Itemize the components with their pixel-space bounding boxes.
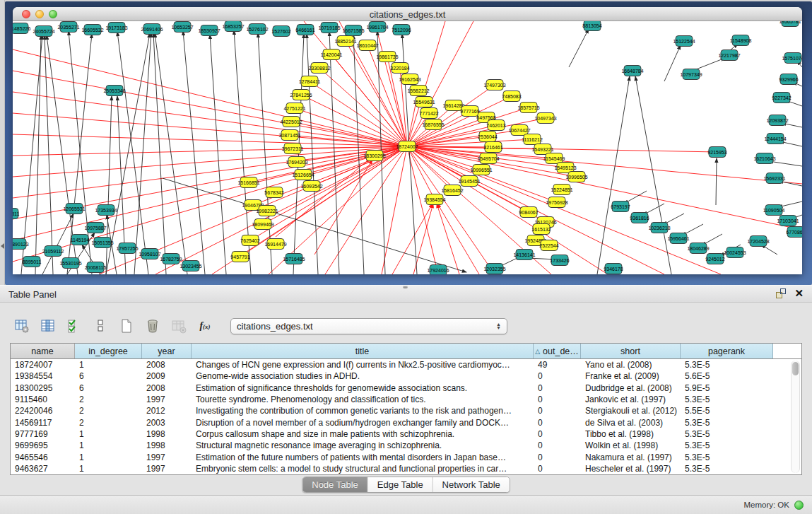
graph-node[interactable]: 1733426 [550, 255, 569, 266]
graph-node[interactable]: 14136141 [513, 250, 535, 260]
graph-node[interactable]: 10497343 [534, 113, 556, 124]
graph-node[interactable]: 12444154 [764, 134, 786, 144]
graph-node[interactable]: 16648784 [621, 66, 643, 76]
graph-node[interactable]: 15716485 [283, 254, 305, 264]
graph-node[interactable]: 9215953 [707, 147, 726, 158]
graph-node[interactable]: 7512096 [392, 25, 411, 35]
graph-node[interactable]: 9457791 [230, 252, 249, 262]
memory-status-icon[interactable] [794, 501, 804, 510]
column-header-title[interactable]: title [192, 344, 534, 358]
graph-node[interactable]: 42751221 [283, 103, 305, 114]
graph-node[interactable]: 19861704 [366, 22, 388, 33]
graph-node[interactable]: 19565781 [779, 21, 801, 27]
graph-node[interactable]: 11548908 [730, 35, 752, 46]
graph-node[interactable]: 19145451 [458, 176, 480, 187]
graph-node[interactable]: 15530195 [59, 258, 81, 269]
graph-node[interactable]: 19173183 [105, 23, 127, 33]
graph-node[interactable]: 17204528 [747, 236, 769, 247]
graph-node[interactable]: 8813054 [582, 21, 601, 31]
graph-node[interactable]: 3220184 [390, 63, 409, 74]
graph-node[interactable]: 15582212 [407, 86, 429, 96]
graph-node[interactable]: 11485226 [13, 23, 30, 34]
graph-node[interactable]: 15549631 [413, 97, 435, 107]
graph-node[interactable]: 15276102 [246, 24, 268, 35]
graph-node[interactable]: 11420041 [321, 49, 343, 60]
tab-node-table[interactable]: Node Table [302, 477, 368, 492]
graph-node[interactable]: 9245012 [705, 254, 724, 264]
graph-node[interactable]: 6466161 [295, 25, 314, 35]
table-row[interactable]: 1830029562008Estimation of significance … [11, 382, 801, 394]
table-selector-dropdown[interactable]: citations_edges.txt ▲▼ [230, 318, 507, 334]
graph-node[interactable]: 39672311 [282, 144, 304, 154]
graph-node[interactable]: 15751074 [782, 53, 802, 64]
graph-node[interactable]: 5678342 [264, 187, 283, 198]
graph-node[interactable]: 15051355 [91, 238, 113, 248]
graph-node[interactable]: 10653257 [171, 22, 193, 33]
graph-node[interactable]: 19861735 [376, 52, 398, 62]
graph-node[interactable]: 15122544 [673, 36, 695, 47]
graph-node[interactable]: 13023455 [180, 261, 201, 271]
row-options-icon[interactable] [91, 317, 110, 335]
graph-node[interactable]: 16671585 [342, 25, 364, 36]
graph-node[interactable]: 24055724 [33, 26, 54, 37]
graph-node[interactable]: 7625402 [240, 235, 259, 246]
graph-node[interactable]: 10958107 [139, 249, 160, 259]
table-row[interactable]: 2242004622012Investigating the contribut… [11, 405, 801, 416]
table-row[interactable]: 946554611997Estimation of the future num… [11, 451, 801, 462]
graph-node[interactable]: 20355271 [57, 22, 79, 33]
graph-node[interactable]: 3912311 [13, 209, 19, 219]
graph-node[interactable]: 10996505 [565, 172, 587, 182]
graph-node[interactable]: 15692331 [763, 173, 785, 184]
scrollbar-thumb[interactable] [792, 362, 799, 375]
graph-node[interactable]: 19982221 [256, 206, 278, 216]
tab-network-table[interactable]: Network Table [433, 477, 510, 492]
graph-node[interactable]: 17497303 [483, 80, 505, 90]
graph-node[interactable]: 10797349 [680, 69, 702, 80]
graph-node[interactable]: 18575715 [517, 103, 539, 113]
network-graph-canvas[interactable]: 1148522624055724203552711660553219173183… [13, 21, 802, 274]
graph-node[interactable]: 23308812 [308, 63, 330, 74]
graph-node[interactable]: 9084067 [519, 207, 538, 218]
close-panel-icon[interactable]: ✕ [794, 288, 804, 298]
graph-node[interactable]: 18610447 [356, 40, 378, 51]
graph-node[interactable]: 20068115 [85, 262, 107, 273]
function-builder-icon[interactable]: f(x) [196, 317, 214, 335]
graph-node[interactable]: 12093872 [766, 115, 788, 126]
graph-node[interactable]: 18852141 [334, 36, 356, 47]
graph-node[interactable]: 19384554 [423, 194, 445, 205]
table-mode-icon[interactable] [13, 317, 31, 335]
graph-node[interactable]: 12065531 [63, 204, 85, 214]
control-panel-splitter[interactable] [0, 0, 5, 285]
graph-node[interactable]: 15166851 [237, 177, 259, 188]
graph-node[interactable]: 10024553 [724, 247, 746, 258]
column-header-pagerank[interactable]: pagerank [681, 344, 773, 358]
column-header-name[interactable]: name [11, 344, 75, 358]
graph-node[interactable]: 9346178 [604, 264, 623, 274]
table-row[interactable]: 1456911722003Disruption of a novel membe… [11, 416, 801, 428]
graph-node[interactable]: 1527602 [271, 26, 290, 37]
graph-node[interactable]: 27841256 [290, 90, 312, 100]
graph-node[interactable]: 15495704 [477, 153, 499, 164]
table-row[interactable]: 977716911998Corpus callosum shape and si… [11, 428, 801, 440]
panel-resize-grip[interactable] [403, 286, 408, 288]
graph-node[interactable]: 10236218 [648, 223, 670, 233]
graph-node[interactable]: 10996551 [470, 165, 492, 175]
table-row[interactable]: 969969511998Structural magnetic resonanc… [11, 440, 801, 451]
column-header-out_de[interactable]: △out_de… [534, 344, 581, 358]
graph-node[interactable]: 1145194 [71, 235, 90, 245]
graph-node[interactable]: 19756928 [546, 197, 567, 208]
network-window-titlebar[interactable]: citations_edges.txt [13, 7, 802, 21]
graph-node[interactable]: 21059112 [42, 246, 64, 257]
table-row[interactable]: 1872400712008Changes of HCN gene express… [11, 359, 801, 370]
graph-node[interactable]: 6770863 [786, 227, 802, 238]
graph-node[interactable]: 18890123 [13, 239, 29, 250]
graph-node[interactable]: 30871451 [278, 130, 300, 141]
graph-node[interactable]: 16093542 [300, 181, 322, 192]
column-header-short[interactable]: short [581, 344, 681, 358]
graph-node[interactable]: 16210643 [753, 153, 775, 164]
graph-node[interactable]: 18530927 [198, 25, 220, 36]
graph-node[interactable]: 18046289 [687, 243, 709, 254]
graph-node[interactable]: 44225012 [280, 117, 302, 127]
graph-node[interactable]: 15816452 [441, 185, 463, 196]
graph-node[interactable]: 1615132 [531, 224, 551, 235]
